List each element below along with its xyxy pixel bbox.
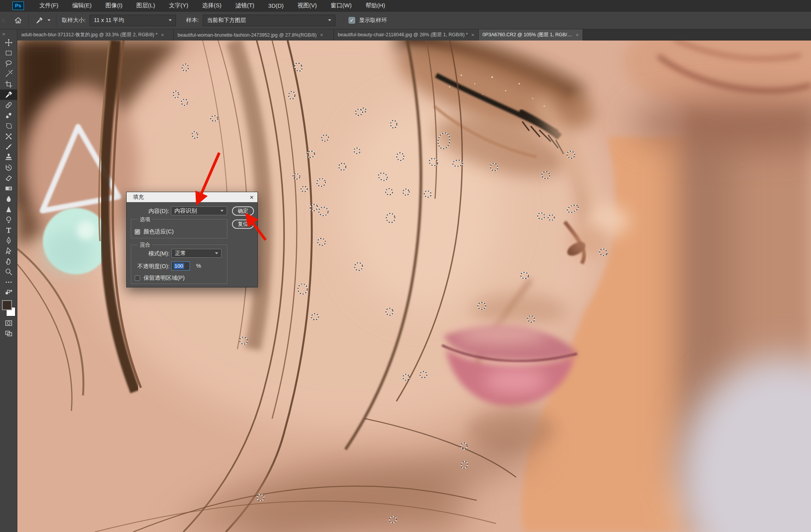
lasso-tool[interactable]: [0, 58, 17, 69]
eyedropper-preset-caret[interactable]: [47, 19, 51, 21]
marquee-tool[interactable]: [0, 48, 17, 58]
dodge-icon: [5, 216, 13, 224]
hand-tool[interactable]: [0, 256, 17, 267]
menu-item-10[interactable]: 帮助(H): [359, 0, 392, 12]
marquee-icon: [5, 49, 13, 57]
fill-dialog: 填充 × 内容(D): 内容识别 确定 复位 选项 ✓ 颜色适应(C) 混合 模…: [126, 192, 258, 287]
patch-tool[interactable]: [0, 121, 17, 131]
content-aware-move-tool[interactable]: [0, 131, 17, 142]
tab-close-icon[interactable]: ×: [320, 32, 323, 38]
document-tab-label: 0P3A6760.CR2 @ 105% (图层 1, RGB/8*) *: [483, 32, 572, 38]
sharpen-tool[interactable]: [0, 204, 17, 214]
dots-icon: [5, 278, 13, 286]
type-icon: [5, 226, 13, 234]
eraser-icon: [5, 174, 13, 182]
eraser-tool[interactable]: [0, 173, 17, 183]
bandaid2-icon: [5, 111, 13, 120]
menu-item-6[interactable]: 滤镜(T): [229, 0, 261, 12]
sample-layers-dropdown[interactable]: 当前和下方图层: [203, 15, 335, 26]
tab-close-icon[interactable]: ×: [576, 32, 579, 38]
show-sampling-ring-checkbox[interactable]: ✓: [349, 17, 355, 24]
opacity-input[interactable]: 100: [171, 262, 190, 270]
crop-icon: [5, 80, 13, 88]
stamp-icon: [5, 153, 13, 161]
healing-brush-tool[interactable]: [0, 110, 17, 121]
hand-icon: [5, 257, 13, 265]
home-icon[interactable]: [13, 15, 23, 25]
opacity-unit: %: [196, 263, 201, 269]
ok-button[interactable]: 确定: [232, 206, 254, 216]
quickmask-icon: [5, 319, 13, 327]
color-adaptation-checkbox[interactable]: ✓: [135, 229, 140, 235]
fill-dialog-titlebar[interactable]: 填充 ×: [127, 192, 257, 202]
document-tab-label: beautiful-beauty-chair-2118046.jpg @ 28%…: [338, 32, 468, 38]
blur-icon: [5, 195, 13, 203]
menu-item-4[interactable]: 文字(Y): [162, 0, 195, 12]
foreground-color-swatch[interactable]: [2, 300, 12, 310]
menu-item-9[interactable]: 窗口(W): [324, 0, 359, 12]
reset-button[interactable]: 复位: [232, 220, 254, 229]
sharpen-icon: [5, 205, 13, 213]
menu-item-5[interactable]: 选择(S): [195, 0, 229, 12]
preserve-transparency-checkbox[interactable]: ✓: [135, 275, 140, 281]
crop-tool[interactable]: [0, 79, 17, 90]
screenmode-icon: [5, 329, 13, 338]
clone-stamp-tool[interactable]: [0, 152, 17, 162]
gradient-tool[interactable]: [0, 183, 17, 194]
toolbar-expander[interactable]: »: [0, 29, 17, 37]
menu-items: 文件(F)编辑(E)图像(I)图层(L)文字(Y)选择(S)滤镜(T)3D(D)…: [24, 0, 392, 12]
bandaid-icon: [5, 101, 13, 109]
zoom-tool[interactable]: [0, 267, 17, 277]
tab-close-icon[interactable]: ×: [471, 32, 474, 38]
type-tool[interactable]: [0, 225, 17, 235]
dodge-tool[interactable]: [0, 214, 17, 225]
document-tab-0[interactable]: adult-beach-blur-371312-恢复的.jpg @ 33.3% …: [17, 29, 174, 41]
move-icon: [5, 39, 13, 47]
document-tab-1[interactable]: beautiful-woman-brunette-fashion-2473952…: [174, 29, 334, 41]
edit-toolbar[interactable]: [0, 277, 17, 287]
document-tab-label: beautiful-woman-brunette-fashion-2473952…: [178, 32, 317, 38]
menu-item-7[interactable]: 3D(D): [261, 0, 291, 12]
pen-icon: [5, 236, 13, 245]
photoshop-window: Ps 文件(F)编辑(E)图像(I)图层(L)文字(Y)选择(S)滤镜(T)3D…: [0, 0, 811, 532]
eyedropper-preset-icon[interactable]: [34, 15, 44, 25]
preserve-transparency-label: 保留透明区域(P): [144, 274, 185, 282]
zoom-icon: [5, 268, 13, 276]
blending-group: 混合 模式(M): 正常 不透明度(O): 100 % ✓ 保留透明区域(P): [131, 245, 227, 284]
sample-size-dropdown[interactable]: 11 x 11 平均: [90, 15, 176, 26]
menu-item-3[interactable]: 图层(L): [129, 0, 162, 12]
path-selection-tool[interactable]: [0, 246, 17, 256]
content-dropdown[interactable]: 内容识别: [171, 206, 227, 215]
screen-mode[interactable]: [0, 328, 17, 339]
opacity-label: 不透明度(O):: [137, 263, 169, 270]
menu-item-2[interactable]: 图像(I): [98, 0, 129, 12]
pen-tool[interactable]: [0, 235, 17, 246]
spot-healing-brush-tool[interactable]: [0, 100, 17, 110]
fill-dialog-title: 填充: [133, 194, 144, 201]
mode-dropdown[interactable]: 正常: [171, 249, 222, 258]
content-label: 内容(D):: [149, 208, 169, 215]
close-icon[interactable]: ×: [250, 194, 254, 201]
document-tab-2[interactable]: beautiful-beauty-chair-2118046.jpg @ 28%…: [334, 29, 479, 41]
quick-mask[interactable]: [0, 318, 17, 328]
options-grip: ⁞⁞: [0, 18, 7, 23]
color-swatches: [0, 299, 17, 318]
brush-tool[interactable]: [0, 142, 17, 152]
quick-selection-tool[interactable]: [0, 69, 17, 79]
swap-colors[interactable]: [0, 287, 17, 298]
history-brush-tool[interactable]: [0, 162, 17, 173]
document-tab-3[interactable]: 0P3A6760.CR2 @ 105% (图层 1, RGB/8*) *×: [479, 29, 583, 41]
photoshop-logo-icon: Ps: [12, 2, 24, 10]
tool-bar: »: [0, 29, 17, 532]
menu-item-8[interactable]: 视图(V): [291, 0, 324, 12]
tool-options-bar: ⁞⁞ 取样大小: 11 x 11 平均 样本: 当前和下方图层 ✓ 显示取样环: [0, 12, 811, 29]
move-tool[interactable]: [0, 37, 17, 48]
sample-label: 样本:: [186, 17, 199, 24]
patch-icon: [5, 122, 13, 130]
menu-item-1[interactable]: 编辑(E): [65, 0, 98, 12]
tab-close-icon[interactable]: ×: [161, 32, 164, 38]
blur-tool[interactable]: [0, 194, 17, 204]
menu-item-0[interactable]: 文件(F): [32, 0, 65, 12]
eyedropper-tool[interactable]: [0, 90, 17, 100]
options-group: 选项 ✓ 颜色适应(C): [131, 219, 227, 238]
